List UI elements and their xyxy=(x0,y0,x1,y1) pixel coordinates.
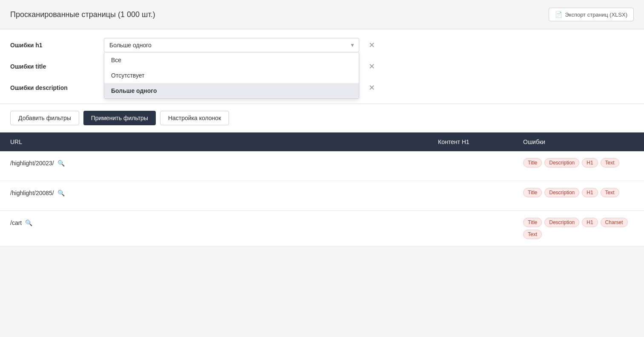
table-header: URL Контент Н1 Ошибки xyxy=(0,132,644,151)
filter-label-description: Ошибки description xyxy=(10,84,104,91)
search-icon[interactable]: 🔍 xyxy=(25,219,32,226)
badge-text: Text xyxy=(601,188,619,197)
search-icon[interactable]: 🔍 xyxy=(57,190,65,196)
badge-text: Text xyxy=(523,230,542,239)
cell-url-2: /highlight/20085/ 🔍 xyxy=(10,188,438,196)
dropdown-item-multiple[interactable]: Больше одного xyxy=(104,83,359,98)
badge-title: Title xyxy=(523,218,542,227)
add-filters-button[interactable]: Добавить фильтры xyxy=(10,111,79,125)
page-title: Просканированные страницы (1 000 шт.) xyxy=(10,10,155,19)
cell-errors-1: Title Description H1 Text xyxy=(523,158,634,167)
h1-dropdown: Все Отсутствует Больше одного xyxy=(104,52,359,99)
url-text-1: /highlight/20023/ xyxy=(10,160,54,167)
badge-h1: H1 xyxy=(582,218,598,227)
page-header: Просканированные страницы (1 000 шт.) 📄 … xyxy=(0,0,644,29)
table-wrapper: URL Контент Н1 Ошибки /highlight/20023/ … xyxy=(0,132,644,246)
badge-charset: Charset xyxy=(601,218,628,227)
col-header-errors: Ошибки xyxy=(523,138,634,145)
cell-url-3: /cart 🔍 xyxy=(10,218,438,226)
export-button[interactable]: 📄 Экспорт страниц (XLSX) xyxy=(549,8,634,21)
search-icon[interactable]: 🔍 xyxy=(57,160,65,167)
filter-label-h1: Ошибки h1 xyxy=(10,42,104,49)
badge-description: Description xyxy=(544,218,579,227)
badge-h1: H1 xyxy=(582,188,598,197)
col-header-h1: Контент Н1 xyxy=(438,138,523,145)
badge-title: Title xyxy=(523,188,542,197)
dropdown-item-all[interactable]: Все xyxy=(104,52,359,68)
url-text-2: /highlight/20085/ xyxy=(10,190,54,196)
filter-clear-h1[interactable]: ✕ xyxy=(366,40,378,50)
filter-row-h1: Ошибки h1 Больше одного ▼ Все Отсутствуе… xyxy=(10,38,634,52)
url-text-3: /cart xyxy=(10,219,22,226)
filters-section: Ошибки h1 Больше одного ▼ Все Отсутствуе… xyxy=(0,29,644,104)
badge-text: Text xyxy=(601,158,619,167)
cell-errors-3: Title Description H1 Charset Text xyxy=(523,218,634,239)
filter-h1-value: Больше одного xyxy=(109,42,152,49)
badge-h1: H1 xyxy=(582,158,598,167)
chevron-down-icon: ▼ xyxy=(350,42,355,48)
cell-url-1: /highlight/20023/ 🔍 xyxy=(10,158,438,167)
buttons-row: Добавить фильтры Применить фильтры Настр… xyxy=(0,104,644,132)
filter-label-title: Ошибки title xyxy=(10,63,104,70)
badge-description: Description xyxy=(544,188,579,197)
document-icon: 📄 xyxy=(555,11,562,18)
cell-errors-2: Title Description H1 Text xyxy=(523,188,634,197)
table-row: /highlight/20085/ 🔍 Title Description H1… xyxy=(0,181,644,211)
badge-description: Description xyxy=(544,158,579,167)
filter-select-h1[interactable]: Больше одного ▼ xyxy=(104,38,359,52)
filter-select-h1-wrapper[interactable]: Больше одного ▼ Все Отсутствует Больше о… xyxy=(104,38,359,52)
filter-clear-title[interactable]: ✕ xyxy=(366,62,378,71)
column-settings-button[interactable]: Настройка колонок xyxy=(160,111,229,125)
table-row: /highlight/20023/ 🔍 Title Description H1… xyxy=(0,151,644,181)
table-row: /cart 🔍 Title Description H1 Charset Tex… xyxy=(0,211,644,246)
col-header-url: URL xyxy=(10,138,438,145)
filter-clear-description[interactable]: ✕ xyxy=(366,83,378,92)
apply-filters-button[interactable]: Применить фильтры xyxy=(83,111,156,125)
badge-title: Title xyxy=(523,158,542,167)
dropdown-item-missing[interactable]: Отсутствует xyxy=(104,68,359,83)
